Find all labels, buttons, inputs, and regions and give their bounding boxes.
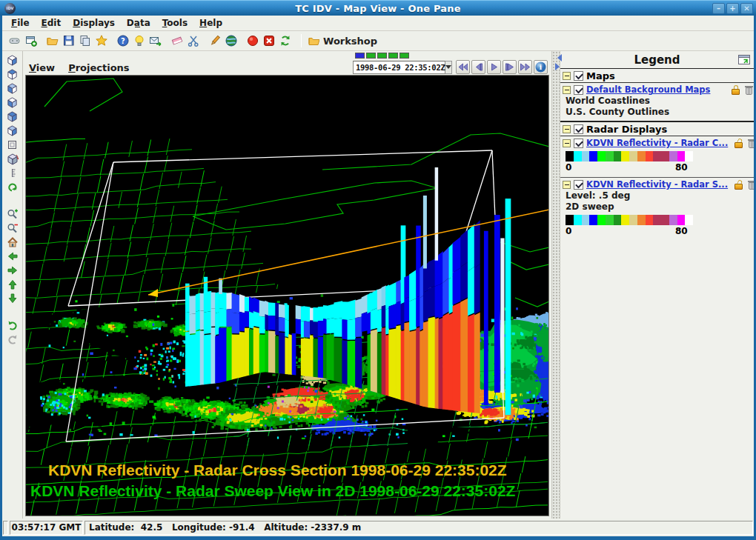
frame-indicator[interactable] (366, 53, 376, 59)
radar-cross-checkbox[interactable] (574, 139, 583, 148)
close-button[interactable]: ✕ (740, 3, 753, 14)
new-window-icon[interactable] (23, 33, 39, 49)
record-icon[interactable] (245, 33, 261, 49)
help-icon[interactable]: ? (115, 33, 131, 49)
copy-icon[interactable] (77, 33, 93, 49)
default-maps-link[interactable]: Default Background Maps (586, 84, 710, 95)
eraser-icon[interactable] (169, 33, 185, 49)
menu-data[interactable]: Data (121, 17, 156, 29)
float-legend-icon[interactable] (738, 54, 750, 67)
pan-down-icon[interactable] (4, 291, 20, 305)
undo-icon[interactable] (4, 318, 20, 332)
redo-icon[interactable] (4, 332, 20, 346)
legend-item-radar-sweep: KDVN Reflectivity - Radar S... (560, 177, 754, 190)
collapse-maps-icon[interactable] (563, 72, 571, 80)
scale-max: 80 (675, 226, 688, 236)
reset-icon[interactable] (4, 180, 20, 194)
menu-projections[interactable]: Projections (68, 62, 136, 73)
support-icon[interactable] (147, 33, 164, 49)
zoom-in-icon[interactable] (4, 207, 20, 221)
scale-max: 80 (675, 162, 688, 173)
trash-icon[interactable] (745, 85, 753, 95)
cube5-icon[interactable] (4, 110, 20, 124)
toolbar-separator (301, 34, 302, 47)
menu-displays[interactable]: Displays (67, 17, 121, 29)
map-view[interactable]: KDVN Reflectivity - Radar Cross Section … (25, 75, 549, 516)
boxsel-icon[interactable] (4, 138, 20, 152)
info-button[interactable]: i (534, 60, 548, 74)
clock-display: 03:57:17 GMT (10, 521, 83, 535)
workshop-button[interactable]: Workshop (308, 34, 377, 48)
collapse-radar-icon[interactable] (563, 125, 571, 133)
lock-icon[interactable] (731, 85, 740, 95)
radar-mode-label: 2D sweep (560, 201, 754, 213)
favorites-icon[interactable] (93, 33, 110, 49)
play-button[interactable] (487, 60, 501, 74)
legend-section-maps: Maps (560, 68, 754, 82)
menu-bar: File Edit Displays Data Tools Help (2, 16, 754, 31)
default-maps-checkbox[interactable] (574, 85, 583, 95)
animation-control: 1998-06-29 22:35:02Z i (353, 53, 547, 74)
cube4-icon[interactable] (4, 96, 20, 110)
zoom-out-icon[interactable] (4, 221, 20, 235)
time-display[interactable]: 1998-06-29 22:35:02Z (353, 61, 445, 74)
minimize-button[interactable]: – (712, 3, 725, 14)
pan-left-icon[interactable] (4, 249, 20, 263)
collapse-default-maps-icon[interactable] (563, 86, 571, 94)
cube6-icon[interactable] (4, 124, 20, 138)
dashboard-icon[interactable] (7, 33, 23, 49)
frame-indicator[interactable] (377, 53, 387, 59)
radar-sweep-checkbox[interactable] (574, 180, 583, 190)
radar-cross-link[interactable]: KDVN Reflectivity - Radar C... (586, 138, 728, 148)
cube2-icon[interactable] (4, 67, 20, 81)
tip-icon[interactable] (131, 33, 147, 49)
pan-up-icon[interactable] (4, 277, 20, 291)
cube3-icon[interactable] (4, 81, 20, 96)
rewind-button[interactable] (456, 60, 470, 74)
step-back-button[interactable] (471, 60, 485, 74)
menu-help[interactable]: Help (193, 17, 228, 29)
menu-edit[interactable]: Edit (36, 17, 67, 29)
edit-icon[interactable] (207, 33, 223, 49)
collapse-radar-sweep-icon[interactable] (563, 181, 571, 189)
cut-icon[interactable] (185, 33, 202, 49)
menu-tools[interactable]: Tools (156, 17, 193, 29)
time-dropdown-button[interactable] (445, 61, 452, 74)
svg-text:i: i (540, 63, 543, 71)
stop-icon[interactable] (261, 33, 277, 49)
cursor-position: Latitude: 42.5 Longitude: -91.4 Altitude… (84, 521, 753, 535)
refresh-icon[interactable] (277, 33, 294, 49)
maps-checkbox[interactable] (574, 71, 583, 81)
trash-icon[interactable] (748, 180, 754, 190)
collapse-radar-cross-icon[interactable] (563, 139, 571, 147)
fast-forward-button[interactable] (518, 60, 532, 74)
frame-indicator[interactable] (399, 53, 409, 59)
frame-indicator[interactable] (355, 53, 365, 59)
radar-level-label: Level: .5 deg (560, 190, 754, 201)
legend-item-default-maps: Default Background Maps (560, 82, 754, 96)
map-layer-label: U.S. County Outlines (560, 107, 754, 118)
panel-splitter[interactable] (551, 51, 560, 519)
radar-checkbox[interactable] (574, 124, 583, 134)
ruler-icon[interactable] (4, 166, 20, 180)
lock-icon[interactable] (734, 139, 743, 148)
save-icon[interactable] (61, 33, 77, 49)
legend-section-radar: Radar Displays (560, 121, 754, 136)
trash-icon[interactable] (748, 139, 754, 148)
scale-min: 0 (566, 226, 571, 236)
cube1-icon[interactable] (4, 53, 20, 67)
pan-right-icon[interactable] (4, 263, 20, 277)
lock-icon[interactable] (734, 180, 743, 190)
maximize-button[interactable]: + (726, 3, 739, 14)
rotcube-icon[interactable] (4, 152, 20, 166)
globe-icon[interactable] (223, 33, 239, 49)
radar-sweep-link[interactable]: KDVN Reflectivity - Radar S... (586, 179, 728, 190)
step-forward-button[interactable] (503, 60, 517, 74)
menu-file[interactable]: File (5, 17, 36, 29)
frame-indicator[interactable] (388, 53, 398, 59)
menu-view[interactable]: View (29, 62, 62, 73)
legend-item-radar-cross: KDVN Reflectivity - Radar C... (560, 136, 754, 149)
open-folder-icon[interactable] (44, 33, 61, 49)
home-icon[interactable] (4, 235, 20, 249)
title-bar[interactable]: IDV TC IDV - Map View - One Pane – + ✕ (0, 0, 756, 16)
